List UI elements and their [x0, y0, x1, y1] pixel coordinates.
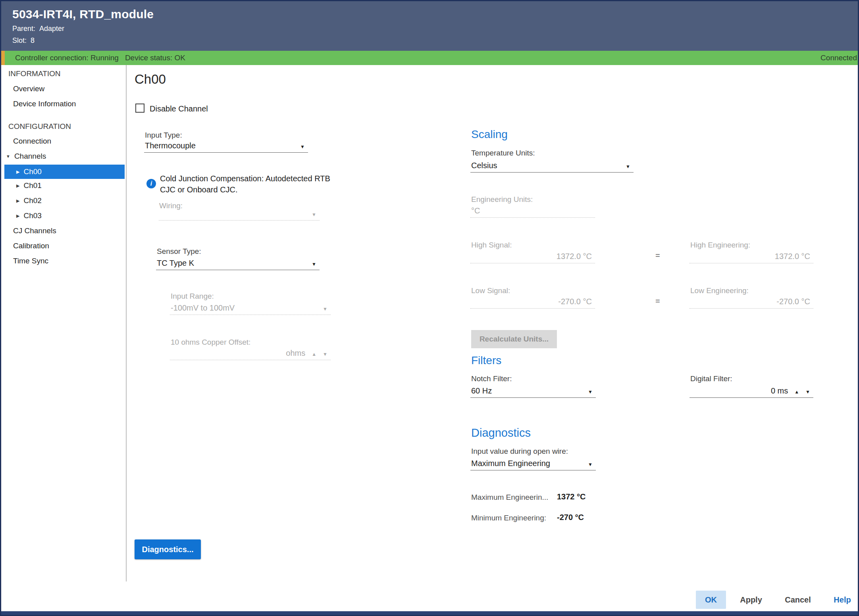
low-engineering-label: Low Engineering:: [690, 286, 749, 295]
equals-sign: =: [655, 297, 660, 306]
digital-filter-stepper[interactable]: 0 ms ▲ ▼: [690, 384, 813, 398]
min-engineering-value: -270 °C: [557, 513, 584, 522]
slot-label: Slot:: [12, 36, 27, 44]
open-wire-dropdown[interactable]: Maximum Engineering ▼: [470, 457, 596, 470]
high-engineering-label: High Engineering:: [690, 241, 750, 249]
engineering-units-field: °C: [470, 204, 595, 218]
sidebar-item-time-sync[interactable]: Time Sync: [13, 254, 48, 268]
chevron-right-icon: ▶: [16, 214, 19, 218]
sidebar-item-label: Ch02: [23, 196, 41, 205]
low-signal-field: -270.0 °C: [470, 295, 595, 309]
connection-state: Connected: [820, 54, 857, 62]
device-status: Device status: OK: [125, 54, 185, 62]
open-wire-label: Input value during open wire:: [471, 447, 568, 456]
sidebar-item-label: Device Information: [13, 100, 76, 108]
titlebar: 5034-IRT4I, RTD_module Parent:Adapter Sl…: [1, 1, 858, 51]
sensor-type-value: TC Type K: [157, 259, 194, 268]
sidebar-item-overview[interactable]: Overview: [13, 82, 44, 96]
chevron-down-icon: ▼: [6, 154, 10, 159]
dropdown-arrow-icon: ▼: [626, 163, 630, 170]
high-signal-label: High Signal:: [471, 241, 512, 249]
slot-row: Slot:8: [12, 36, 858, 45]
sidebar-item-calibration[interactable]: Calibration: [13, 239, 49, 253]
sidebar-section-information: INFORMATION: [8, 69, 61, 78]
sidebar-item-ch02[interactable]: ▶ Ch02: [16, 194, 42, 207]
sidebar-item-label: Time Sync: [13, 257, 48, 265]
diagnostics-button[interactable]: Diagnostics...: [135, 539, 201, 559]
copper-offset-label: 10 ohms Copper Offset:: [171, 338, 250, 347]
sidebar-item-cj-channels[interactable]: CJ Channels: [13, 224, 56, 238]
cancel-button[interactable]: Cancel: [780, 591, 816, 609]
help-button[interactable]: Help: [831, 591, 854, 609]
scaling-heading: Scaling: [471, 128, 508, 141]
sidebar-item-label: Calibration: [13, 242, 49, 250]
connection-status-bar: Controller connection: Running Device st…: [1, 51, 858, 65]
controller-connection-status: Controller connection: Running: [15, 54, 119, 62]
ok-button[interactable]: OK: [696, 591, 726, 609]
sidebar-item-ch03[interactable]: ▶ Ch03: [16, 209, 42, 223]
window-bottom-edge: [1, 611, 858, 615]
temperature-units-dropdown[interactable]: Celsius ▼: [470, 159, 634, 173]
wiring-dropdown: ▼: [159, 207, 320, 221]
input-type-label: Input Type:: [145, 131, 182, 140]
dropdown-arrow-icon: ▼: [588, 388, 593, 395]
sidebar-item-label: Channels: [14, 152, 46, 161]
dropdown-arrow-icon: ▼: [300, 143, 305, 150]
digital-filter-label: Digital Filter:: [690, 374, 732, 383]
chevron-right-icon: ▶: [16, 170, 19, 174]
chevron-right-icon: ▶: [16, 184, 19, 188]
sidebar-item-label: CJ Channels: [13, 226, 56, 235]
digital-filter-value: 0 ms: [771, 386, 788, 395]
sidebar-section-configuration: CONFIGURATION: [8, 122, 71, 131]
notch-filter-dropdown[interactable]: 60 Hz ▼: [470, 384, 596, 398]
copper-offset-unit: ohms: [286, 349, 305, 358]
low-engineering-value: -270.0 °C: [776, 297, 810, 306]
high-signal-value: 1372.0 °C: [557, 252, 592, 261]
sidebar-item-ch00[interactable]: ▶ Ch00: [4, 165, 125, 179]
input-range-label: Input Range:: [171, 292, 214, 301]
page-title: Ch00: [135, 72, 166, 87]
copper-offset-stepper: ohms ▲ ▼: [170, 347, 331, 360]
spinner-down-icon: ▼: [323, 351, 327, 358]
high-engineering-field: 1372.0 °C: [690, 250, 813, 263]
max-engineering-label: Maximum Engineerin...: [471, 493, 548, 502]
sidebar-divider: [126, 65, 127, 581]
disable-channel-checkbox[interactable]: [135, 104, 144, 113]
chevron-right-icon: ▶: [16, 199, 19, 203]
low-signal-label: Low Signal:: [471, 286, 510, 295]
notch-filter-label: Notch Filter:: [471, 374, 512, 383]
temperature-units-value: Celsius: [471, 161, 497, 170]
engineering-units-label: Engineering Units:: [471, 195, 533, 204]
sidebar-item-label: Ch03: [23, 211, 41, 220]
spinner-down-icon[interactable]: ▼: [805, 388, 810, 395]
sidebar-item-label: Ch00: [23, 167, 41, 176]
min-engineering-label: Minimum Engineering:: [471, 514, 546, 522]
disable-channel-label: Disable Channel: [150, 104, 208, 113]
sidebar-item-label: Overview: [13, 84, 44, 93]
input-type-value: Thermocouple: [145, 141, 196, 150]
high-signal-field: 1372.0 °C: [470, 250, 595, 263]
sidebar-item-device-information[interactable]: Device Information: [13, 97, 76, 111]
open-wire-value: Maximum Engineering: [471, 459, 550, 468]
filters-heading: Filters: [471, 354, 501, 367]
engineering-units-value: °C: [471, 206, 480, 215]
input-range-value: -100mV to 100mV: [171, 303, 235, 313]
module-properties-window: 5034-IRT4I, RTD_module Parent:Adapter Sl…: [0, 0, 859, 616]
notch-filter-value: 60 Hz: [471, 386, 492, 395]
temperature-units-label: Temperature Units:: [471, 149, 535, 157]
spinner-up-icon[interactable]: ▲: [794, 388, 799, 395]
parent-row: Parent:Adapter: [12, 25, 858, 33]
sidebar-item-channels[interactable]: ▼ Channels: [6, 150, 46, 163]
input-type-dropdown[interactable]: Thermocouple ▼: [144, 139, 308, 153]
diagnostics-heading: Diagnostics: [471, 426, 531, 439]
parent-value: Adapter: [39, 25, 64, 33]
slot-value: 8: [31, 36, 35, 44]
sidebar-item-connection[interactable]: Connection: [13, 134, 51, 148]
sidebar-item-ch01[interactable]: ▶ Ch01: [16, 179, 42, 192]
spinner-up-icon: ▲: [312, 351, 316, 358]
sidebar-item-label: Ch01: [23, 181, 41, 190]
sensor-type-label: Sensor Type:: [157, 247, 201, 256]
sensor-type-dropdown[interactable]: TC Type K ▼: [156, 257, 320, 270]
recalculate-units-button: Recalculate Units...: [471, 330, 557, 348]
apply-button[interactable]: Apply: [734, 591, 768, 609]
